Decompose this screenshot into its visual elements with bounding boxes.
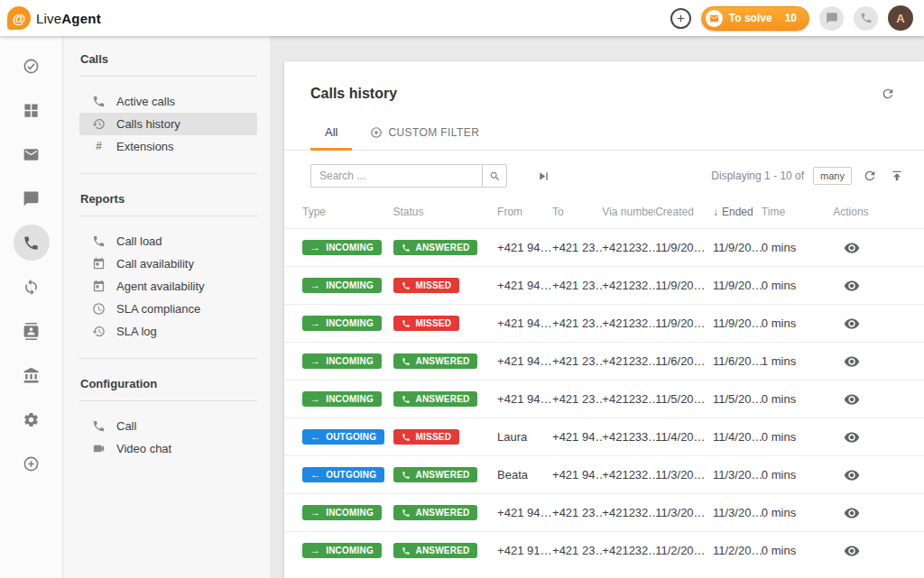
cell-status: ANSWERED [393,494,498,532]
cell-status: ANSWERED [393,343,498,381]
sidebar-item-active-calls[interactable]: Active calls [79,90,257,113]
total-count-box[interactable]: many [813,167,852,185]
cell-created: 11/3/20… [655,494,713,532]
cell-type: →INCOMING [284,343,393,381]
sidebar-item-sla-log[interactable]: SLA log [79,320,257,343]
chats-button[interactable] [819,6,844,31]
rail-item-contacts[interactable] [14,313,50,349]
direction-badge: →INCOMING [302,391,382,407]
brand-agent: Agent [61,11,101,26]
calls-button[interactable] [854,6,878,31]
topbar: @ LiveAgent To solve 10 A [0,0,924,36]
sidebar-item-extensions[interactable]: Extensions [79,135,257,158]
view-call-button[interactable] [838,350,865,373]
sidebar-item-sla-compliance[interactable]: SLA compliance [79,298,257,320]
divider [79,358,257,359]
column-header-to[interactable]: To [552,197,602,229]
arrow-right-icon: → [310,508,320,518]
divider [79,173,257,174]
cell-from: +421 94… [497,343,552,381]
status-badge: MISSED [393,316,460,331]
envelope-icon [706,10,723,27]
call-row[interactable]: →INCOMING ANSWERED +421 94… +421 23… +42… [284,229,924,267]
avatar[interactable]: A [888,5,913,31]
rail-item-phone[interactable] [14,225,50,261]
forward-button[interactable] [534,167,553,186]
call-row[interactable]: →INCOMING ANSWERED +421 94… +421 23… +42… [284,381,924,418]
cell-time: 0 mins [762,494,833,532]
history-icon [92,117,106,131]
view-call-button[interactable] [838,501,865,525]
view-call-button[interactable] [838,236,865,260]
refresh-list-button[interactable] [861,167,879,185]
rail-item-plus-circle[interactable] [14,445,50,482]
call-row[interactable]: →INCOMING ANSWERED +421 94… +421 23… +42… [284,494,924,532]
sidebar-item-call[interactable]: Call [79,415,257,437]
cell-ended: 11/6/20… [713,343,762,381]
call-row[interactable]: →INCOMING MISSED +421 94… +421 23… +4212… [284,305,924,343]
refresh-page-button[interactable] [879,85,897,103]
call-row[interactable]: ←OUTGOING ANSWERED Beata +421 94… +42123… [284,456,924,494]
rail-item-gear[interactable] [14,401,50,437]
export-button[interactable] [888,167,906,185]
rail-item-sync[interactable] [14,269,50,305]
call-row[interactable]: →INCOMING MISSED +421 94… +421 23… +4212… [284,267,924,305]
view-call-button[interactable] [838,274,865,298]
cell-created: 11/3/20… [655,456,713,494]
column-header-ended[interactable]: ↓Ended [713,197,762,229]
tab-all[interactable]: All [310,116,352,150]
brand[interactable]: @ LiveAgent [7,6,101,30]
hash-icon [92,140,106,153]
column-header-type[interactable]: Type [284,197,393,229]
direction-badge: →INCOMING [302,316,382,331]
cell-via: +421232… [602,532,655,570]
call-row[interactable]: →INCOMING ANSWERED +421 91… +421 23… +42… [284,532,924,570]
arrow-right-icon: → [310,280,320,290]
column-header-from[interactable]: From [497,197,552,229]
rail-item-chat[interactable] [14,180,50,216]
tab-custom-filter[interactable]: CUSTOM FILTER [356,116,494,150]
rail-item-check-circle[interactable] [14,48,50,84]
view-call-button[interactable] [838,539,865,563]
sidebar-item-label: Video chat [116,442,171,455]
phone-icon [402,395,411,404]
to-solve-button[interactable]: To solve 10 [701,6,809,31]
column-header-time[interactable]: Time [762,197,833,229]
call-row[interactable]: ←OUTGOING MISSED Laura +421 94… +421233…… [284,418,924,456]
search-button[interactable] [482,164,507,188]
column-header-actions[interactable]: Actions [833,197,924,229]
divider [79,76,257,77]
rail-item-grid[interactable] [14,92,50,128]
cell-from: +421 94… [497,229,552,267]
status-badge: ANSWERED [393,240,478,255]
calls-history-card: Calls history AllCUSTOM FILTER Displayin… [284,61,924,578]
column-header-status[interactable]: Status [393,197,498,229]
column-header-created[interactable]: Created [655,197,713,229]
contacts-icon [23,323,40,340]
cell-via: +421232… [602,267,655,305]
sort-desc-icon: ↓ [713,206,718,218]
sidebar-item-call-load[interactable]: Call load [79,230,257,252]
rail-item-mail[interactable] [14,136,50,172]
status-badge: MISSED [393,278,460,293]
view-call-button[interactable] [838,426,865,449]
view-call-button[interactable] [838,463,865,487]
rail-item-bank[interactable] [14,357,50,393]
view-call-button[interactable] [838,388,865,411]
call-row[interactable]: →INCOMING ANSWERED +421 94… +421 23… +42… [284,343,924,381]
add-new-button[interactable] [670,8,691,29]
chat-icon [826,12,838,24]
sidebar-section-title: Calls [80,52,257,66]
cell-to: +421 23… [552,494,602,532]
column-header-via[interactable]: Via number [602,197,655,229]
sidebar-item-call-availability[interactable]: Call availability [79,252,257,275]
search-input[interactable] [310,164,482,188]
sidebar-item-calls-history[interactable]: Calls history [79,113,257,135]
cell-to: +421 23… [552,343,602,381]
sidebar-item-video-chat[interactable]: Video chat [79,437,257,460]
cell-ended: 11/5/20… [713,381,762,418]
view-call-button[interactable] [838,312,865,335]
sidebar-item-agent-availability[interactable]: Agent availability [79,275,257,298]
cell-via: +421232… [602,229,655,267]
cell-via: +421232… [602,494,655,532]
